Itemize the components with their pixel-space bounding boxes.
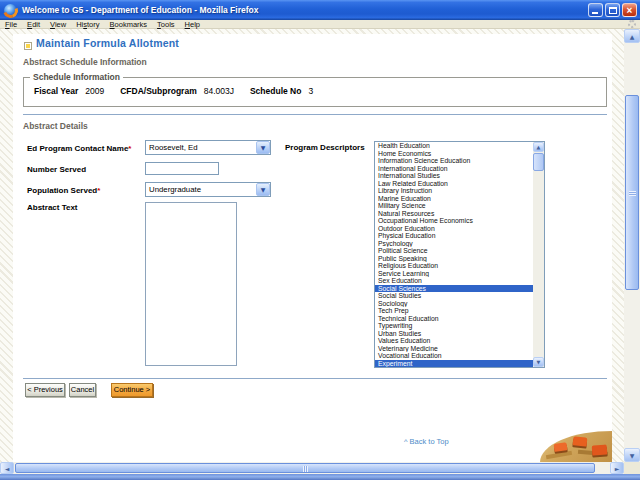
back-to-top-link[interactable]: ^ Back to Top <box>404 437 449 446</box>
browser-window: Welcome to G5 - Department of Education … <box>0 0 640 480</box>
listbox-scrollbar[interactable]: ▲ ▼ <box>533 142 544 367</box>
menu-item-view[interactable]: View <box>45 20 71 29</box>
abstract-details-heading: Abstract Details <box>23 121 88 131</box>
list-option[interactable]: Experiment <box>375 360 533 368</box>
window-titlebar[interactable]: Welcome to G5 - Department of Education … <box>0 0 640 20</box>
list-option[interactable]: Urban Studies <box>375 330 533 338</box>
program-descriptors-listbox[interactable]: Health EducationHome EconomicsInformatio… <box>374 141 545 368</box>
window-bottom-border <box>0 474 640 480</box>
page-content: Maintain Formula Allotment Abstract Sche… <box>13 34 612 462</box>
continue-button[interactable]: Continue > <box>111 383 153 397</box>
window-title: Welcome to G5 - Department of Education … <box>22 5 258 15</box>
minimize-icon <box>592 12 598 14</box>
list-option[interactable]: Social Sciences <box>375 285 533 293</box>
menu-item-bookmarks[interactable]: Bookmarks <box>105 20 153 29</box>
classroom-photo <box>540 431 612 462</box>
ed-program-contact-value: Roosevelt, Ed <box>149 142 198 154</box>
abstract-text-textarea[interactable] <box>145 202 237 366</box>
menu-item-help[interactable]: Help <box>180 20 205 29</box>
vertical-scrollbar[interactable]: ▲ ▼ <box>624 29 640 462</box>
close-icon: × <box>623 4 636 16</box>
dropdown-arrow-icon[interactable]: ▼ <box>256 183 270 196</box>
chair-shape <box>592 444 608 455</box>
minimize-button[interactable] <box>588 3 603 17</box>
maximize-icon <box>609 7 617 14</box>
list-option[interactable]: Home Economics <box>375 150 533 158</box>
listbox-scrollbar-thumb[interactable] <box>533 153 544 171</box>
list-option[interactable]: Political Science <box>375 247 533 255</box>
list-option[interactable]: International Studies <box>375 172 533 180</box>
abstract-text-label: Abstract Text <box>27 203 78 212</box>
list-option[interactable]: Veterinary Medicine <box>375 345 533 353</box>
list-option[interactable]: Physical Education <box>375 232 533 240</box>
desk-shape <box>546 451 572 459</box>
list-option[interactable]: Marine Education <box>375 195 533 203</box>
scroll-up-icon[interactable]: ▲ <box>533 142 544 152</box>
number-served-label: Number Served <box>27 165 86 174</box>
chair-shape <box>573 436 588 446</box>
list-option[interactable]: Health Education <box>375 142 533 150</box>
activity-throbber-icon <box>628 20 636 28</box>
list-option[interactable]: Library Instruction <box>375 187 533 195</box>
chair-shape <box>554 442 568 452</box>
list-option[interactable]: Sociology <box>375 300 533 308</box>
list-option[interactable]: Vocational Education <box>375 352 533 360</box>
menu-item-tools[interactable]: Tools <box>152 20 180 29</box>
schedule-field-value: 2009 <box>85 86 104 96</box>
cancel-button[interactable]: Cancel <box>69 383 96 397</box>
scroll-up-icon[interactable]: ▲ <box>624 29 640 43</box>
population-served-select[interactable]: Undergraduate ▼ <box>145 182 271 197</box>
list-option[interactable]: Outdoor Education <box>375 225 533 233</box>
population-served-label: Population Served* <box>27 186 100 195</box>
dropdown-arrow-icon[interactable]: ▼ <box>256 141 270 154</box>
scrollbar-corner <box>624 462 640 474</box>
ed-program-contact-select[interactable]: Roosevelt, Ed ▼ <box>145 140 271 155</box>
schedule-field-label: CFDA/Subprogram <box>120 86 197 96</box>
maximize-button[interactable] <box>605 3 620 17</box>
schedule-field-value: 84.003J <box>204 86 234 96</box>
menu-items: FileEditViewHistoryBookmarksToolsHelp <box>0 20 205 29</box>
list-option[interactable]: Natural Resources <box>375 210 533 218</box>
list-option[interactable]: Military Science <box>375 202 533 210</box>
list-option[interactable]: Information Science Education <box>375 157 533 165</box>
firefox-icon <box>4 4 17 17</box>
program-descriptors-label: Program Descriptors <box>285 143 365 152</box>
menu-item-edit[interactable]: Edit <box>22 20 45 29</box>
list-option[interactable]: Social Studies <box>375 292 533 300</box>
vertical-scrollbar-thumb[interactable] <box>625 95 639 290</box>
schedule-field-label: Fiscal Year <box>34 86 78 96</box>
menu-item-history[interactable]: History <box>71 20 104 29</box>
list-option[interactable]: Service Learning <box>375 270 533 278</box>
list-option[interactable]: Religious Education <box>375 262 533 270</box>
required-marker: * <box>128 144 131 153</box>
list-option[interactable]: Sex Education <box>375 277 533 285</box>
schedule-information-values: Fiscal Year2009CFDA/Subprogram84.003JSch… <box>24 82 606 96</box>
page-title-bullet-icon <box>24 42 32 50</box>
section-divider <box>23 114 607 115</box>
list-option[interactable]: Occupational Home Economics <box>375 217 533 225</box>
page-viewport: Maintain Formula Allotment Abstract Sche… <box>0 29 624 462</box>
scroll-down-icon[interactable]: ▼ <box>533 357 544 367</box>
schedule-field-label: Schedule No <box>250 86 301 96</box>
list-option[interactable]: Law Related Education <box>375 180 533 188</box>
scroll-left-icon[interactable]: ◄ <box>0 462 14 474</box>
horizontal-scrollbar[interactable]: ◄ ► <box>0 462 624 474</box>
previous-button[interactable]: < Previous <box>25 383 65 397</box>
schedule-information-legend: Schedule Information <box>30 72 123 82</box>
required-marker: * <box>97 186 100 195</box>
footer-divider <box>23 378 607 379</box>
list-option[interactable]: International Education <box>375 165 533 173</box>
list-option[interactable]: Technical Education <box>375 315 533 323</box>
list-option[interactable]: Tech Prep <box>375 307 533 315</box>
menu-item-file[interactable]: File <box>0 20 22 29</box>
number-served-input[interactable] <box>145 162 219 175</box>
list-option[interactable]: Typewriting <box>375 322 533 330</box>
list-option[interactable]: Values Education <box>375 337 533 345</box>
horizontal-scrollbar-thumb[interactable] <box>15 463 595 473</box>
close-button[interactable]: × <box>622 3 637 17</box>
scroll-right-icon[interactable]: ► <box>610 462 624 474</box>
menu-bar: FileEditViewHistoryBookmarksToolsHelp <box>0 20 640 29</box>
scroll-down-icon[interactable]: ▼ <box>624 448 640 462</box>
list-option[interactable]: Public Speaking <box>375 255 533 263</box>
list-option[interactable]: Psychology <box>375 240 533 248</box>
